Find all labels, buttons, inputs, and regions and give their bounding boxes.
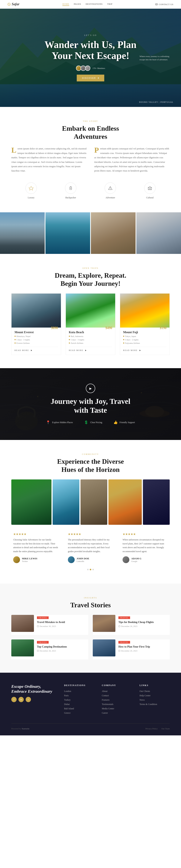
trip-duration-fuji: 3 days · 2 nights xyxy=(123,339,167,341)
feature-hidden: 📍 Explore Hidden Places xyxy=(46,420,73,425)
footer-company-2[interactable]: Features xyxy=(102,699,132,702)
hero-avatars: 170+ Members xyxy=(34,66,147,71)
insight-title-firsttrip[interactable]: How to Plan Your First Trip xyxy=(118,645,150,649)
footer-link-2[interactable]: News xyxy=(140,699,170,702)
support-icon: 👍 xyxy=(113,420,118,425)
footer-company-5[interactable]: Career xyxy=(102,712,132,714)
insight-firsttrip: Travel How to Plan Your First Trip Decem… xyxy=(93,640,170,659)
hero-label: Let's Go xyxy=(34,34,147,36)
stars-1: ★★★★★ xyxy=(13,532,59,536)
trips-label: OPEN TRIPS xyxy=(11,267,170,269)
icon-backpacker: Backpacker xyxy=(65,183,76,199)
footer-dest-4[interactable]: Bali Island xyxy=(64,707,94,710)
story-icons: Luxury Backpacker Adventure Cultural xyxy=(11,183,170,199)
stars-2: ★★★★★ xyxy=(68,532,113,536)
footer-dest-2[interactable]: Turkey xyxy=(64,699,94,702)
insights-grid: Travel Travel Mistakes to Avoid December… xyxy=(11,615,170,659)
footer-link-1[interactable]: Help Center xyxy=(140,694,170,697)
photo-strip xyxy=(0,212,181,254)
footer-links-list: Our Clients Help Center News Terms & Con… xyxy=(140,690,170,706)
insight-date-firsttrip: December 20, 2023 xyxy=(118,650,150,652)
footer-company-label: COMPANY xyxy=(102,684,132,687)
nav-home[interactable]: Home xyxy=(62,3,69,6)
footer-social: f in t xyxy=(11,697,57,702)
nav-pages[interactable]: Pages xyxy=(74,3,81,6)
discover-button[interactable]: DISCOVER xyxy=(77,74,104,82)
nav-destinations[interactable]: Destinations xyxy=(85,3,103,6)
footer-dest-0[interactable]: London xyxy=(64,690,94,693)
insight-title-flights[interactable]: Tips for Booking Cheap Flights xyxy=(118,621,154,624)
trip-body-fuji: Mount Fuji $190 Tokyo, Japan 3 days · 2 … xyxy=(120,328,170,355)
footer-link-0[interactable]: Our Clients xyxy=(140,690,170,693)
feature-support: 👍 Friendly Support xyxy=(113,420,135,425)
story-text-right: Pretium nibh ipsum consequat nisl vel pr… xyxy=(94,146,170,173)
footer-company-0[interactable]: About xyxy=(102,690,132,693)
svg-point-7 xyxy=(70,188,71,189)
footer-destinations-label: DESTINATIONS xyxy=(64,684,94,687)
logo-icon xyxy=(7,3,10,6)
trip-location-fuji: Tokyo, Japan xyxy=(123,335,167,337)
insight-title-mistakes[interactable]: Travel Mistakes to Avoid xyxy=(37,621,65,624)
pricing-icon: 💲 xyxy=(84,420,88,425)
social-instagram[interactable]: in xyxy=(19,697,24,702)
trip-airline-bali: Zurich Airlines xyxy=(69,342,112,344)
members-count: 170+ Members xyxy=(93,67,105,69)
testimonial-1: ★★★★★ Choosing Safar Adventures for our … xyxy=(11,532,60,563)
icon-cultural: Cultural xyxy=(144,183,155,199)
footer-link-3[interactable]: Terms & Condition xyxy=(140,703,170,706)
story-label: THE STORY xyxy=(11,120,170,122)
community-label: COMMUNITY xyxy=(11,453,170,455)
photo-train xyxy=(136,212,181,254)
trip-image-bali xyxy=(66,293,115,328)
location-icon: 📍 xyxy=(46,420,50,425)
testimonial-author-2: JOHN DOE LinkedIn xyxy=(68,556,113,563)
author-name-1: MIKE LEWIS xyxy=(22,557,37,560)
insights-section: INSIGHTS Travel Stories Travel Travel Mi… xyxy=(0,584,181,673)
dot-1[interactable] xyxy=(87,569,88,570)
insight-camping: Travel Top Camping Destinations December… xyxy=(11,640,88,659)
trip-location-everest: Himalaya, Nepal xyxy=(14,335,58,337)
trip-price-everest: $890 xyxy=(51,326,58,330)
trip-btn-bali[interactable]: READ MORE xyxy=(69,347,112,351)
footer-company-1[interactable]: Contact xyxy=(102,694,132,697)
feature-pricing: 💲 Clear Pricing xyxy=(84,420,102,425)
footer-company-list: About Contact Features Testimonials Medi… xyxy=(102,690,132,714)
team-link[interactable]: Our Team xyxy=(161,727,170,730)
footer-dest-5[interactable]: Greece xyxy=(64,712,94,714)
footer-dest-1[interactable]: Paris xyxy=(64,694,94,697)
hero-section: Let's Go Wander with Us, Plan Your Next … xyxy=(0,9,181,107)
dot-3[interactable] xyxy=(93,569,94,570)
privacy-link[interactable]: Privacy Policy xyxy=(146,727,158,730)
hero-content: Let's Go Wander with Us, Plan Your Next … xyxy=(34,34,147,81)
footer-dest-3[interactable]: Dubai xyxy=(64,703,94,706)
footer-bottom: Powered by Startseite Privacy Policy Our… xyxy=(11,723,170,730)
journey-title: Journey with Joy, Travel with Taste xyxy=(46,397,135,415)
testimonial-text-2: The personalized itinerary they crafted … xyxy=(68,538,113,553)
trip-duration-everest: 5 days · 3 nights xyxy=(14,339,58,341)
icon-adventure: Adventure xyxy=(105,183,116,199)
trip-image-fuji xyxy=(120,293,170,328)
author-platform-2: LinkedIn xyxy=(77,560,89,562)
footer-company-3[interactable]: Testimonials xyxy=(102,703,132,706)
dot-2[interactable] xyxy=(90,569,91,570)
insight-img-mistakes xyxy=(11,615,34,632)
author-avatar-3 xyxy=(122,556,129,563)
trips-title: Dream, Explore, Repeat. Begin Your Journ… xyxy=(11,272,170,288)
logo[interactable]: Safar xyxy=(7,2,20,6)
svg-rect-1 xyxy=(155,4,157,5)
nav-links: Home Pages Destinations Trip xyxy=(62,3,112,6)
svg-rect-33 xyxy=(119,650,120,652)
trip-btn-fuji[interactable]: READ MORE xyxy=(123,347,167,351)
play-button[interactable]: ▶ xyxy=(86,384,95,393)
social-facebook[interactable]: f xyxy=(11,697,16,702)
trip-airline-everest: Everest Airlines xyxy=(14,342,58,344)
insights-title: Travel Stories xyxy=(11,601,170,609)
nav-trip[interactable]: Trip xyxy=(107,3,112,6)
testimonial-author-3: ADAM G Google xyxy=(122,556,168,563)
social-twitter[interactable]: t xyxy=(26,697,31,702)
footer-company-4[interactable]: Media Center xyxy=(102,707,132,710)
insight-title-camping[interactable]: Top Camping Destinations xyxy=(37,645,67,649)
story-text-left: Lorem ipsum dolor sit amet, consectetur … xyxy=(11,146,87,173)
trip-btn-everest[interactable]: READ MORE xyxy=(14,347,58,351)
nav-contact[interactable]: Contact Us xyxy=(155,3,174,5)
